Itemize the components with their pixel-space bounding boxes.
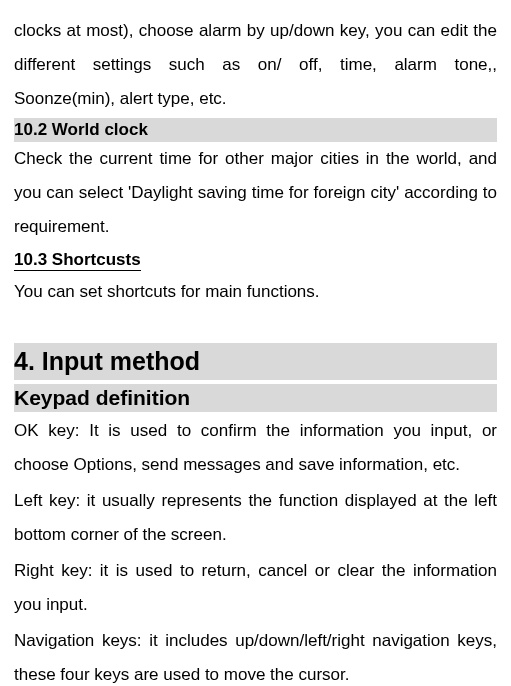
paragraph-shortcuts: You can set shortcuts for main functions… bbox=[14, 275, 497, 309]
section-heading-shortcuts-text: 10.3 Shortcusts bbox=[14, 250, 141, 271]
paragraph-world-clock: Check the current time for other major c… bbox=[14, 142, 497, 244]
chapter-heading-input-method: 4. Input method bbox=[14, 343, 497, 380]
paragraph-right-key: Right key: it is used to return, cancel … bbox=[14, 554, 497, 622]
document-page: clocks at most), choose alarm by up/down… bbox=[0, 0, 511, 686]
paragraph-nav-keys: Navigation keys: it includes up/down/lef… bbox=[14, 624, 497, 686]
section-heading-world-clock: 10.2 World clock bbox=[14, 118, 497, 142]
sub-heading-keypad-definition: Keypad definition bbox=[14, 384, 497, 412]
paragraph-left-key: Left key: it usually represents the func… bbox=[14, 484, 497, 552]
section-heading-shortcuts: 10.3 Shortcusts bbox=[14, 246, 497, 273]
spacer bbox=[14, 311, 497, 325]
paragraph-ok-key: OK key: It is used to confirm the inform… bbox=[14, 414, 497, 482]
paragraph-alarm: clocks at most), choose alarm by up/down… bbox=[14, 14, 497, 116]
